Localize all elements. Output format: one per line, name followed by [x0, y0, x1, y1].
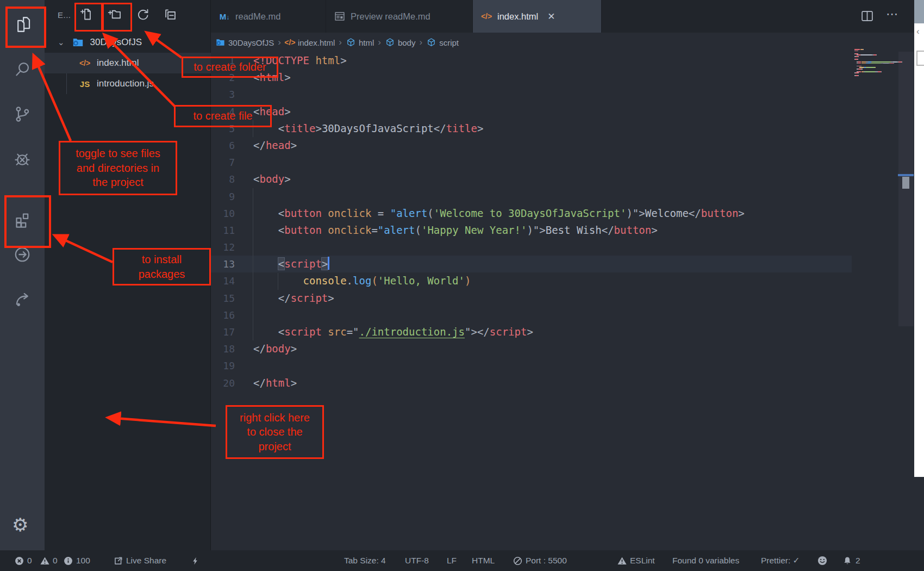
status-right-found-0-variables[interactable]: Found 0 variables [672, 550, 739, 571]
code-line-14[interactable]: 14 console.log('Hello, World') [211, 272, 852, 289]
status-label: UTF-8 [405, 556, 429, 566]
code-line-13[interactable]: 13 <script> [211, 256, 852, 272]
breadcrumb-label: body [398, 38, 416, 47]
status-left-live-share[interactable]: Live Share [113, 550, 166, 571]
code-line-9[interactable]: 9 [211, 188, 852, 205]
status-center-html[interactable]: HTML [472, 550, 495, 571]
breadcrumb-item-30daysofjs[interactable]: 30DaysOfJS [215, 38, 274, 47]
activity-item-search[interactable] [13, 60, 32, 78]
git-branch-icon [13, 105, 32, 123]
gear-icon[interactable]: ⚙ [12, 516, 28, 534]
annotation-frame-extensions-icon [4, 195, 51, 248]
code-line-20[interactable]: 20</html> [211, 375, 852, 392]
editor-scrollbar-thumb[interactable] [902, 177, 909, 189]
code-line-4[interactable]: 4<head> [211, 103, 852, 120]
tab-preview-readme-md[interactable]: Preview readMe.md [326, 0, 473, 33]
code-line-15[interactable]: 15 </script> [211, 290, 852, 307]
refresh-button[interactable] [135, 7, 152, 23]
code-line-5[interactable]: 5 <title>30DaysOfJavaScript</title> [211, 120, 852, 137]
status-left-0[interactable]: 0 [14, 550, 32, 571]
line-number: 11 [211, 222, 235, 239]
line-number: 15 [211, 290, 235, 307]
line-number: 3 [211, 86, 235, 103]
status-left-bolt-icon[interactable] [190, 550, 200, 571]
code-line-8[interactable]: 8<body> [211, 171, 852, 188]
breadcrumb-label: script [439, 38, 459, 47]
status-center-utf-8[interactable]: UTF-8 [405, 550, 429, 571]
bell-icon [842, 556, 852, 566]
code-line-16[interactable]: 16 [211, 307, 852, 324]
status-center-port-5500[interactable]: Port : 5500 [513, 550, 567, 571]
code-line-6[interactable]: 6</head> [211, 137, 852, 154]
code-line-17[interactable]: 17 <script src="./introduction.js"></scr… [211, 324, 852, 340]
port-slash-icon [513, 556, 522, 566]
breadcrumb-separator: › [278, 37, 281, 48]
breadcrumb-item-html[interactable]: html [346, 38, 374, 47]
cube-icon [346, 38, 356, 47]
close-icon[interactable]: ✕ [547, 11, 555, 22]
collapse-all-button[interactable] [163, 7, 179, 23]
line-number: 18 [211, 340, 235, 357]
annotation-toggle-files: toggle to see files and directories in t… [59, 141, 177, 195]
tab-index-html[interactable]: </>index.html✕ [473, 0, 602, 33]
breadcrumb-item-script[interactable]: script [426, 38, 459, 47]
code-line-11[interactable]: 11 <button onclick="alert('Happy New Yea… [211, 222, 852, 239]
code-editor[interactable]: 1<!DOCTYPE html>2<html>34<head>5 <title>… [211, 52, 852, 392]
status-right-prettier[interactable]: Prettier: ✓ [761, 550, 800, 571]
status-label: Port : 5500 [526, 556, 567, 566]
activity-item-live-share[interactable] [13, 245, 32, 264]
annotation-create-folder: to create folder [182, 57, 278, 78]
status-label: HTML [472, 556, 495, 566]
status-left-0[interactable]: 0 [40, 550, 58, 571]
status-right-smiley-icon[interactable] [817, 550, 827, 571]
code-line-2[interactable]: 2<html> [211, 69, 852, 86]
error-icon [14, 556, 24, 566]
more-actions-icon[interactable]: ⋯ [886, 7, 899, 21]
html-code-icon: </> [78, 58, 91, 69]
chevron-left-icon[interactable]: ‹ [916, 26, 920, 37]
folder-row-root[interactable]: ⌄30DaysOfJS [45, 32, 211, 53]
status-label: Live Share [126, 556, 166, 566]
markdown-icon: M↓ [218, 10, 230, 22]
chevron-down-icon[interactable]: ⌄ [58, 38, 65, 47]
code-line-7[interactable]: 7 [211, 154, 852, 171]
line-number: 16 [211, 307, 235, 324]
breadcrumb-item-body[interactable]: body [385, 38, 416, 47]
annotation-install-packages: to install packages [113, 248, 211, 286]
page-scrollbar-track[interactable] [914, 0, 924, 477]
minimap[interactable] [853, 49, 899, 114]
overview-ruler-cursor [898, 174, 914, 176]
line-number: 6 [211, 137, 235, 154]
code-line-19[interactable]: 19 [211, 357, 852, 374]
code-line-10[interactable]: 10 <button onclick = "alert('Welcome to … [211, 205, 852, 222]
annotation-frame-new-folder-icon [102, 3, 132, 32]
explorer-title: E... [58, 10, 71, 20]
annotation-close-project: right click here to close the project [226, 405, 324, 459]
activity-item-source-control[interactable] [13, 105, 32, 123]
annotation-frame-explorer-icon [5, 7, 46, 48]
code-line-1[interactable]: 1<!DOCTYPE html> [211, 52, 852, 69]
split-editor-icon[interactable] [860, 9, 874, 23]
status-label: LF [447, 556, 457, 566]
activity-item-run-debug[interactable] [13, 150, 32, 168]
line-number: 10 [211, 205, 235, 222]
status-center-tab-size-4[interactable]: Tab Size: 4 [344, 550, 386, 571]
folder-icon [71, 36, 85, 48]
status-right-2[interactable]: 2 [842, 550, 860, 571]
code-line-18[interactable]: 18</body> [211, 340, 852, 357]
html-code-icon: </> [480, 10, 492, 22]
breadcrumb-item-index-html[interactable]: </>index.html [285, 38, 335, 47]
page-scrollbar-handle[interactable] [916, 51, 924, 66]
breadcrumb-separator: › [339, 37, 342, 48]
status-left-100[interactable]: 100 [63, 550, 90, 571]
tab-readme-md[interactable]: M↓readMe.md [211, 0, 326, 33]
root-folder-label: 30DaysOfJS [90, 37, 142, 48]
status-right-eslint[interactable]: ESLint [617, 550, 655, 571]
code-line-12[interactable]: 12 [211, 239, 852, 256]
status-center-lf[interactable]: LF [447, 550, 457, 571]
breadcrumb: 30DaysOfJS›</>index.html›html›body›scrip… [211, 33, 924, 52]
minimap-slider[interactable] [898, 52, 914, 326]
line-number: 19 [211, 357, 235, 374]
activity-item-publish[interactable] [13, 290, 32, 308]
code-line-3[interactable]: 3 [211, 86, 852, 103]
